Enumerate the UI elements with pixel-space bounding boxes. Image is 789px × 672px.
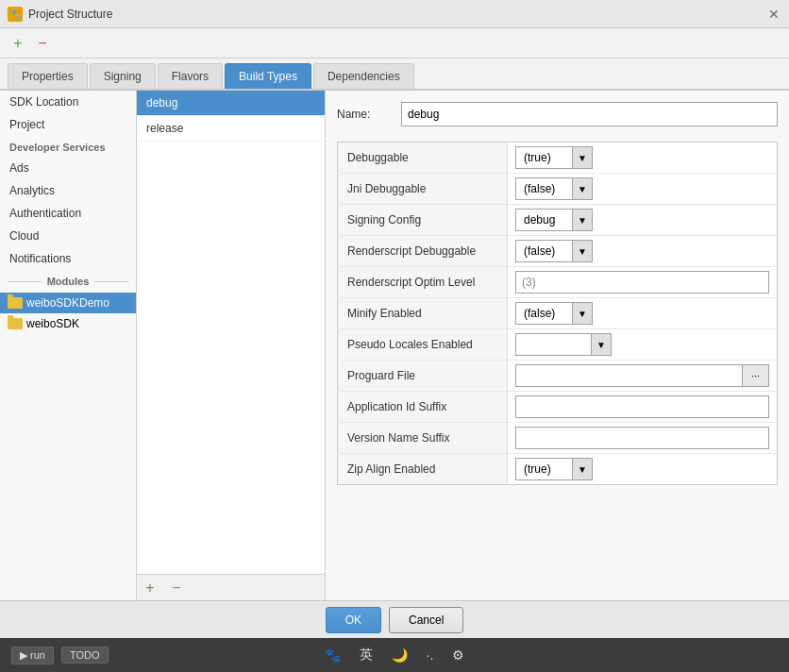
prop-label-version-name-suffix: Version Name Suffix (338, 423, 508, 454)
content-area: SDK Location Project Developer Services … (0, 91, 789, 600)
prop-value-renderscript-optim: (3) (508, 267, 777, 297)
taskbar-todo-item[interactable]: TODO (61, 647, 109, 664)
prop-label-minify-enabled: Minify Enabled (338, 298, 508, 329)
prop-value-proguard-file: ··· (508, 361, 777, 391)
table-row: Application Id Suffix (338, 392, 778, 423)
sidebar-section-developer-services: Developer Services (0, 136, 136, 157)
prop-value-debuggable: (true) ▼ (508, 143, 777, 173)
name-label: Name: (337, 108, 394, 121)
build-list-remove-button[interactable]: − (163, 575, 190, 600)
sidebar-item-ads[interactable]: Ads (0, 157, 136, 179)
prop-value-renderscript-debuggable: (false) ▼ (508, 236, 777, 266)
dropdown-jni-debuggable: (false) ▼ (515, 177, 593, 200)
dropdown-value-pseudo-locales (515, 333, 591, 356)
dropdown-arrow-signing-config[interactable]: ▼ (572, 209, 593, 231)
dropdown-signing-config: debug ▼ (515, 209, 593, 231)
table-row: Renderscript Debuggable (false) ▼ (338, 236, 778, 267)
prop-label-proguard-file: Proguard File (338, 361, 508, 392)
taskbar-center: 🐾 英 🌙 ·. ⚙ (321, 645, 469, 665)
app-icon: 🔧 (8, 7, 23, 22)
dropdown-pseudo-locales: ▼ (515, 333, 612, 356)
taskbar: ▶ run TODO 🐾 英 🌙 ·. ⚙ (0, 638, 789, 672)
tab-flavors[interactable]: Flavors (158, 63, 223, 89)
table-row: Pseudo Locales Enabled ▼ (338, 329, 778, 361)
dialog-title: Project Structure (28, 8, 112, 21)
tab-properties[interactable]: Properties (8, 63, 88, 89)
prop-value-pseudo-locales: ▼ (508, 329, 777, 360)
dropdown-minify-enabled: (false) ▼ (515, 302, 593, 325)
dropdown-value-minify-enabled: (false) (515, 302, 572, 325)
taskbar-task-item[interactable]: ▶ run (11, 647, 54, 664)
close-button[interactable]: ✕ (766, 7, 781, 22)
prop-label-renderscript-optim: Renderscript Optim Level (338, 267, 508, 298)
build-list-add-button[interactable]: + (137, 575, 163, 600)
dropdown-value-zip-align: (true) (515, 458, 572, 480)
table-row: Proguard File ··· (338, 361, 778, 392)
sidebar: SDK Location Project Developer Services … (0, 91, 137, 600)
taskbar-icon-lang[interactable]: 英 (356, 645, 377, 665)
prop-value-signing-config: debug ▼ (508, 205, 777, 235)
add-button[interactable]: + (8, 33, 28, 54)
prop-value-version-name-suffix (508, 423, 777, 453)
dropdown-arrow-renderscript-debuggable[interactable]: ▼ (572, 240, 593, 262)
dropdown-debuggable: (true) ▼ (515, 146, 593, 169)
table-row: Renderscript Optim Level (3) (338, 267, 778, 298)
bottom-bar: OK Cancel (0, 600, 789, 638)
tab-build-types[interactable]: Build Types (225, 63, 311, 89)
dropdown-arrow-pseudo-locales[interactable]: ▼ (591, 333, 612, 356)
sidebar-item-project[interactable]: Project (0, 113, 136, 136)
taskbar-icon-gear[interactable]: ⚙ (448, 646, 468, 664)
remove-button[interactable]: − (32, 33, 53, 54)
dropdown-zip-align: (true) ▼ (515, 458, 593, 480)
prop-value-jni-debuggable: (false) ▼ (508, 174, 777, 204)
build-item-debug[interactable]: debug (137, 91, 325, 116)
folder-icon-2 (8, 318, 23, 329)
version-name-suffix-input[interactable] (515, 427, 769, 449)
name-input[interactable] (401, 102, 778, 126)
title-bar: 🔧 Project Structure ✕ (0, 0, 789, 28)
sidebar-item-authentication[interactable]: Authentication (0, 202, 136, 225)
sidebar-item-notifications[interactable]: Notifications (0, 247, 136, 270)
name-row: Name: (337, 102, 778, 126)
properties-panel: Name: Debuggable (true) ▼ Jn (326, 91, 789, 600)
modules-divider: Modules (0, 270, 136, 293)
sidebar-item-cloud[interactable]: Cloud (0, 225, 136, 247)
title-bar-left: 🔧 Project Structure (8, 7, 112, 22)
taskbar-icon-paw[interactable]: 🐾 (321, 646, 344, 664)
dropdown-value-jni-debuggable: (false) (515, 177, 572, 200)
sidebar-item-sdk-location[interactable]: SDK Location (0, 91, 136, 113)
dropdown-arrow-jni-debuggable[interactable]: ▼ (572, 177, 593, 200)
tab-signing[interactable]: Signing (90, 63, 156, 89)
taskbar-left: ▶ run TODO (11, 647, 310, 664)
dropdown-arrow-debuggable[interactable]: ▼ (572, 146, 593, 169)
dropdown-arrow-zip-align[interactable]: ▼ (572, 458, 593, 480)
dropdown-arrow-minify-enabled[interactable]: ▼ (572, 302, 593, 325)
taskbar-icon-dots[interactable]: ·. (423, 646, 438, 664)
table-row: Debuggable (true) ▼ (338, 143, 778, 174)
browse-button[interactable]: ··· (743, 364, 769, 387)
dropdown-value-signing-config: debug (515, 209, 572, 231)
prop-value-minify-enabled: (false) ▼ (508, 298, 777, 328)
build-item-release[interactable]: release (137, 116, 325, 142)
app-id-suffix-input[interactable] (515, 395, 769, 418)
table-row: Zip Align Enabled (true) ▼ (338, 454, 778, 485)
table-row: Version Name Suffix (338, 423, 778, 454)
prop-label-jni-debuggable: Jni Debuggable (338, 174, 508, 205)
prop-value-app-id-suffix (508, 392, 777, 422)
cancel-button[interactable]: Cancel (389, 607, 463, 633)
build-list-panel: debug release + − (137, 91, 326, 600)
tab-dependencies[interactable]: Dependencies (313, 63, 414, 89)
prop-label-pseudo-locales: Pseudo Locales Enabled (338, 329, 508, 361)
sidebar-item-weibosdk[interactable]: weiboSDK (0, 313, 136, 334)
build-list-toolbar: + − (137, 574, 325, 600)
proguard-file-input[interactable] (515, 364, 743, 387)
properties-table: Debuggable (true) ▼ Jni Debuggable (fals… (337, 142, 778, 485)
dropdown-value-renderscript-debuggable: (false) (515, 240, 572, 262)
ok-button[interactable]: OK (326, 607, 381, 633)
sidebar-item-weibosdkdemo[interactable]: weiboSDKDemo (0, 293, 136, 313)
main-toolbar: + − (0, 28, 789, 59)
sidebar-item-analytics[interactable]: Analytics (0, 179, 136, 202)
dropdown-renderscript-debuggable: (false) ▼ (515, 240, 593, 262)
taskbar-icon-moon[interactable]: 🌙 (388, 646, 411, 664)
project-structure-dialog: 🔧 Project Structure ✕ + − Properties Sig… (0, 0, 789, 672)
